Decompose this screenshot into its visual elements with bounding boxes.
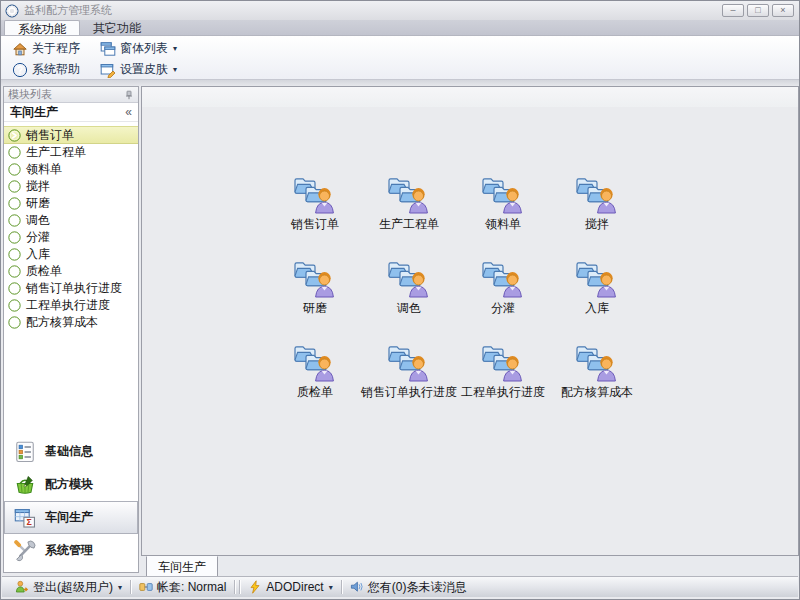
sidebar-item-mixing[interactable]: 搅拌 xyxy=(4,178,138,195)
shortcut-production-work-order[interactable]: 生产工程单 xyxy=(362,173,456,257)
skin-icon xyxy=(100,62,116,78)
shortcut-mixing[interactable]: 搅拌 xyxy=(550,173,644,257)
folder-user-icon xyxy=(293,257,337,299)
shortcut-label: 领料单 xyxy=(485,216,521,233)
sidebar-item-formula-costing[interactable]: 配方核算成本 xyxy=(4,314,138,331)
ado-direct-label: ADODirect xyxy=(266,580,323,594)
app-logo-icon xyxy=(5,4,19,18)
folder-user-icon xyxy=(481,257,525,299)
sidebar-item-quality-inspection[interactable]: 质检单 xyxy=(4,263,138,280)
go-icon xyxy=(8,197,21,210)
help-icon xyxy=(12,62,28,78)
sidebar-item-production-work-order[interactable]: 生产工程单 xyxy=(4,144,138,161)
sidebar-header-label: 模块列表 xyxy=(8,87,52,102)
window-controls: – □ × xyxy=(722,4,794,17)
sidebar-section-label: 车间生产 xyxy=(10,104,58,121)
sidebar-item-filling[interactable]: 分灌 xyxy=(4,229,138,246)
main-panel: 销售订单 生产工程单 领料单 搅拌 研磨 调色 分灌 入库 质检单 销售订单 xyxy=(141,86,799,556)
go-icon xyxy=(8,180,21,193)
folder-user-icon xyxy=(575,341,619,383)
title-bar: 益利配方管理系统 – □ × xyxy=(1,1,799,20)
sidebar-item-grinding[interactable]: 研磨 xyxy=(4,195,138,212)
close-button[interactable]: × xyxy=(772,4,794,17)
shortcut-grid: 销售订单 生产工程单 领料单 搅拌 研磨 调色 分灌 入库 质检单 销售订单 xyxy=(142,87,644,425)
go-icon xyxy=(8,265,21,278)
sidebar-item-label: 研磨 xyxy=(26,195,50,212)
about-program-label: 关于程序 xyxy=(32,40,80,57)
go-icon xyxy=(8,163,21,176)
sidebar-item-material-requisition[interactable]: 领料单 xyxy=(4,161,138,178)
window-list-label: 窗体列表 xyxy=(120,40,168,57)
dropdown-caret-icon: ▾ xyxy=(329,583,333,592)
sidebar-item-tinting[interactable]: 调色 xyxy=(4,212,138,229)
dropdown-caret-icon: ▾ xyxy=(173,44,177,53)
shortcut-work-order-progress[interactable]: 工程单执行进度 xyxy=(456,341,550,425)
status-separator xyxy=(239,580,240,594)
nav-system-management[interactable]: 系统管理 xyxy=(4,534,138,567)
tab-system-functions[interactable]: 系统功能 xyxy=(4,20,80,35)
shortcut-sales-order-progress[interactable]: 销售订单执行进度 xyxy=(362,341,456,425)
go-icon xyxy=(8,248,21,261)
module-list: 销售订单 生产工程单 领料单 搅拌 研磨 调色 分灌 入库 质检单 销售订单 xyxy=(4,126,138,331)
table-sigma-icon xyxy=(14,507,36,529)
collapse-chevron-icon[interactable]: « xyxy=(125,105,132,119)
sidebar-header: 模块列表 xyxy=(4,87,138,103)
ribbon-tab-strip: 系统功能 其它功能 xyxy=(1,20,799,36)
about-program-button[interactable]: 关于程序 xyxy=(8,39,84,58)
go-icon xyxy=(8,231,21,244)
shortcut-warehousing[interactable]: 入库 xyxy=(550,257,644,341)
sidebar-item-label: 销售订单 xyxy=(26,127,74,144)
status-separator xyxy=(341,580,342,594)
nav-label: 系统管理 xyxy=(45,542,93,559)
go-icon xyxy=(8,214,21,227)
system-help-label: 系统帮助 xyxy=(32,61,80,78)
sidebar-item-sales-order[interactable]: 销售订单 xyxy=(4,126,138,144)
window-title: 益利配方管理系统 xyxy=(24,3,112,18)
set-skin-button[interactable]: 设置皮肤 ▾ xyxy=(96,60,181,79)
shortcut-label: 生产工程单 xyxy=(379,216,439,233)
shortcut-label: 搅拌 xyxy=(585,216,609,233)
nav-label: 基础信息 xyxy=(45,443,93,460)
nav-workshop-production[interactable]: 车间生产 xyxy=(4,501,138,534)
shortcut-sales-order[interactable]: 销售订单 xyxy=(268,173,362,257)
window-list-button[interactable]: 窗体列表 ▾ xyxy=(96,39,181,58)
maximize-button[interactable]: □ xyxy=(747,4,769,17)
sidebar-item-label: 入库 xyxy=(26,246,50,263)
shortcut-label: 入库 xyxy=(585,300,609,317)
logout-label: 登出(超级用户) xyxy=(33,579,113,596)
status-separator xyxy=(130,580,131,594)
dropdown-caret-icon: ▾ xyxy=(173,65,177,74)
nav-basic-info[interactable]: 基础信息 xyxy=(4,435,138,468)
go-icon xyxy=(8,129,21,142)
shortcut-tinting[interactable]: 调色 xyxy=(362,257,456,341)
shortcut-label: 分灌 xyxy=(491,300,515,317)
ado-direct-button[interactable]: ADODirect ▾ xyxy=(242,580,338,594)
system-help-button[interactable]: 系统帮助 xyxy=(8,60,84,79)
tab-other-functions[interactable]: 其它功能 xyxy=(80,20,154,35)
sidebar-item-sales-order-progress[interactable]: 销售订单执行进度 xyxy=(4,280,138,297)
shortcut-quality-inspection[interactable]: 质检单 xyxy=(268,341,362,425)
shortcut-formula-costing[interactable]: 配方核算成本 xyxy=(550,341,644,425)
ribbon-body: 关于程序 窗体列表 ▾ 系统帮助 设置皮肤 ▾ xyxy=(1,36,799,80)
logout-button[interactable]: 登出(超级用户) ▾ xyxy=(9,579,128,596)
folder-user-icon xyxy=(387,173,431,215)
nav-label: 车间生产 xyxy=(45,509,93,526)
tools-icon xyxy=(14,540,36,562)
folder-user-icon xyxy=(575,257,619,299)
sidebar-item-work-order-progress[interactable]: 工程单执行进度 xyxy=(4,297,138,314)
minimize-button[interactable]: – xyxy=(722,4,744,17)
shortcut-label: 配方核算成本 xyxy=(561,384,633,401)
nav-formula-module[interactable]: 配方模块 xyxy=(4,468,138,501)
pin-icon[interactable] xyxy=(124,90,134,100)
folder-user-icon xyxy=(387,341,431,383)
unread-messages-button[interactable]: 您有(0)条未读消息 xyxy=(344,579,473,596)
shortcut-filling[interactable]: 分灌 xyxy=(456,257,550,341)
sidebar-item-warehousing[interactable]: 入库 xyxy=(4,246,138,263)
document-tab-bar: 车间生产 xyxy=(141,556,799,576)
sidebar-item-label: 工程单执行进度 xyxy=(26,297,110,314)
shortcut-label: 销售订单执行进度 xyxy=(361,384,457,401)
shortcut-material-requisition[interactable]: 领料单 xyxy=(456,173,550,257)
shortcut-label: 研磨 xyxy=(303,300,327,317)
shortcut-label: 调色 xyxy=(397,300,421,317)
shortcut-grinding[interactable]: 研磨 xyxy=(268,257,362,341)
